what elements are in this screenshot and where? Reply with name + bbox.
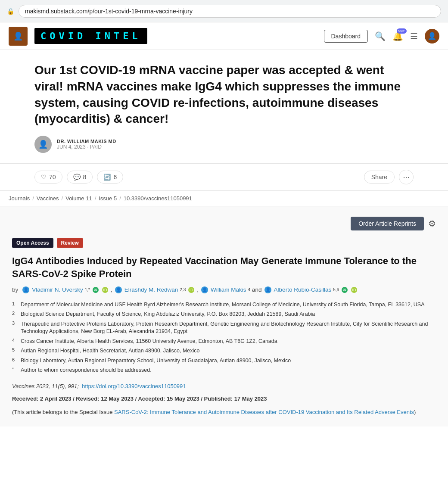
paper-authors: by 👤 Vladimir N. Uversky1,* ✉ ID, 👤 Elra… — [12, 286, 436, 293]
badges-row: Open Access Review — [12, 238, 436, 248]
author1-sup: 1,* — [85, 287, 90, 292]
engagement-bar: ♡ 70 💬 8 🔄 6 Share ··· — [0, 164, 448, 191]
paper-top-row: Order Article Reprints ⚙ — [12, 217, 436, 230]
dashboard-button[interactable]: Dashboard — [324, 30, 368, 43]
affiliation-3: 3 Therapeutic and Protective Proteins La… — [12, 321, 436, 336]
article-title: Our 1st COVID-19 mRNA vaccine paper was … — [34, 62, 414, 127]
affil-text-4: Cross Cancer Institute, Alberta Health S… — [21, 338, 436, 345]
header-right: Dashboard 🔍 🔔 99+ ☰ 👤 — [324, 29, 440, 44]
paid-badge: PAID — [90, 144, 102, 150]
author-avatar[interactable]: 👤 — [34, 136, 52, 153]
author2-orcid-icon[interactable]: ID — [188, 287, 194, 293]
affil-text-star: Author to whom correspondence should be … — [21, 367, 436, 374]
more-options-button[interactable]: ··· — [399, 170, 414, 184]
and-label: and — [252, 286, 262, 293]
affil-num-4: 4 — [12, 338, 18, 345]
breadcrumb-sep-4: / — [119, 195, 121, 202]
author1-orcid-icon[interactable]: ID — [102, 287, 108, 293]
search-icon[interactable]: 🔍 — [375, 31, 386, 41]
author2-link[interactable]: Elrashdy M. Redwan — [124, 286, 178, 293]
reposts-button[interactable]: 🔄 6 — [97, 171, 123, 184]
site-avatar[interactable]: 👤 — [9, 27, 28, 46]
browser-bar: 🔒 makismd.substack.com/p/our-1st-covid-1… — [0, 0, 448, 22]
affil-text-6: Biology Laboratory, Autlan Regional Prep… — [21, 357, 436, 365]
author3-sup: 4 — [248, 287, 251, 292]
affiliation-2: 2 Biological Science Department, Faculty… — [12, 311, 436, 318]
breadcrumb-issue[interactable]: Issue 5 — [99, 195, 117, 202]
breadcrumb-volume[interactable]: Volume 11 — [65, 195, 92, 202]
breadcrumb: Journals / Vaccines / Volume 11 / Issue … — [0, 191, 448, 206]
author1-person-icon: 👤 — [22, 286, 29, 293]
lock-icon: 🔒 — [7, 8, 14, 15]
special-issue-suffix: ) — [414, 409, 416, 415]
breadcrumb-sep-2: / — [62, 195, 63, 202]
affil-num-star: * — [12, 367, 18, 374]
article-header: Our 1st COVID-19 mRNA vaccine paper was … — [0, 50, 448, 164]
dates-line: Received: 2 April 2023 / Revised: 12 May… — [12, 395, 436, 402]
affil-num-6: 6 — [12, 357, 18, 365]
author4-link[interactable]: Alberto Rubio-Casillas — [274, 286, 332, 293]
citation-issue: (5), 991; — [58, 383, 79, 389]
affiliation-5: 5 Autlan Regional Hospital, Health Secre… — [12, 347, 436, 355]
comment-icon: 💬 — [73, 174, 81, 180]
review-badge: Review — [57, 238, 83, 248]
breadcrumb-vaccines[interactable]: Vaccines — [37, 195, 59, 202]
breadcrumb-sep-1: / — [32, 195, 34, 202]
affil-text-1: Department of Molecular Medicine and USF… — [21, 301, 436, 309]
author2-person-icon: 👤 — [115, 286, 122, 293]
site-header: 👤 COVID INTEL Dashboard 🔍 🔔 99+ ☰ 👤 — [0, 22, 448, 50]
comments-count: 8 — [83, 174, 87, 180]
order-reprints-button[interactable]: Order Article Reprints — [351, 217, 424, 230]
notification-badge: 99+ — [397, 28, 407, 34]
likes-button[interactable]: ♡ 70 — [34, 171, 62, 184]
affil-num-5: 5 — [12, 347, 18, 355]
breadcrumb-journals[interactable]: Journals — [9, 195, 30, 202]
affiliation-1: 1 Department of Molecular Medicine and U… — [12, 301, 436, 309]
gear-icon[interactable]: ⚙ — [428, 218, 436, 229]
special-issue: (This article belongs to the Special Iss… — [12, 408, 436, 417]
author2-sup: 2,3 — [180, 287, 186, 292]
author1-link[interactable]: Vladimir N. Uversky — [32, 286, 83, 293]
citation-volume: 11 — [52, 383, 58, 389]
likes-count: 70 — [49, 174, 56, 180]
author3-person-icon: 👤 — [201, 286, 208, 293]
heart-icon: ♡ — [41, 174, 47, 180]
affil-text-3: Therapeutic and Protective Proteins Labo… — [21, 321, 436, 336]
comments-button[interactable]: 💬 8 — [67, 171, 93, 184]
citation-line: Vaccines 2023, 11(5), 991; https://doi.o… — [12, 383, 436, 389]
citation-doi-link[interactable]: https://doi.org/10.3390/vaccines11050991 — [82, 383, 186, 389]
author1-email-icon[interactable]: ✉ — [93, 287, 99, 293]
affil-num-1: 1 — [12, 301, 18, 309]
affil-num-3: 3 — [12, 321, 18, 336]
site-logo[interactable]: COVID INTEL — [34, 28, 147, 44]
breadcrumb-sep-3: / — [95, 195, 96, 202]
notification-bell-wrapper: 🔔 99+ — [392, 31, 403, 41]
author4-email-icon[interactable]: ✉ — [342, 287, 348, 293]
author-row: 👤 DR. WILLIAM MAKIS MD JUN 4, 2023 · PAI… — [34, 136, 414, 153]
user-avatar[interactable]: 👤 — [425, 29, 439, 44]
affiliations: 1 Department of Molecular Medicine and U… — [12, 301, 436, 374]
author4-orcid-icon[interactable]: ID — [351, 287, 357, 293]
breadcrumb-doi[interactable]: 10.3390/vaccines11050991 — [124, 195, 192, 202]
author3-link[interactable]: William Makis — [211, 286, 246, 293]
special-issue-link[interactable]: SARS-CoV-2: Immune Tolerance and Autoimm… — [114, 409, 414, 415]
paper-title: IgG4 Antibodies Induced by Repeated Vacc… — [12, 255, 436, 280]
menu-icon[interactable]: ☰ — [410, 31, 418, 41]
affiliation-6: 6 Biology Laboratory, Autlan Regional Pr… — [12, 357, 436, 365]
affil-text-2: Biological Science Department, Faculty o… — [21, 311, 436, 318]
affil-num-2: 2 — [12, 311, 18, 318]
author-name: DR. WILLIAM MAKIS MD — [57, 139, 116, 144]
affiliation-star: * Author to whom correspondence should b… — [12, 367, 436, 374]
author4-person-icon: 👤 — [264, 286, 271, 293]
author4-sup: 5,6 — [333, 287, 339, 292]
special-issue-prefix: (This article belongs to the Special Iss… — [12, 409, 114, 415]
affiliation-4: 4 Cross Cancer Institute, Alberta Health… — [12, 338, 436, 345]
paper-section: Order Article Reprints ⚙ Open Access Rev… — [0, 206, 448, 426]
citation-text: Vaccines 2023, — [12, 383, 52, 389]
url-bar[interactable]: makismd.substack.com/p/our-1st-covid-19-… — [19, 5, 441, 18]
reposts-count: 6 — [113, 174, 117, 180]
article-separator: · — [87, 144, 90, 150]
repost-icon: 🔄 — [103, 174, 111, 180]
share-button[interactable]: Share — [364, 171, 395, 184]
open-access-badge: Open Access — [12, 238, 53, 248]
